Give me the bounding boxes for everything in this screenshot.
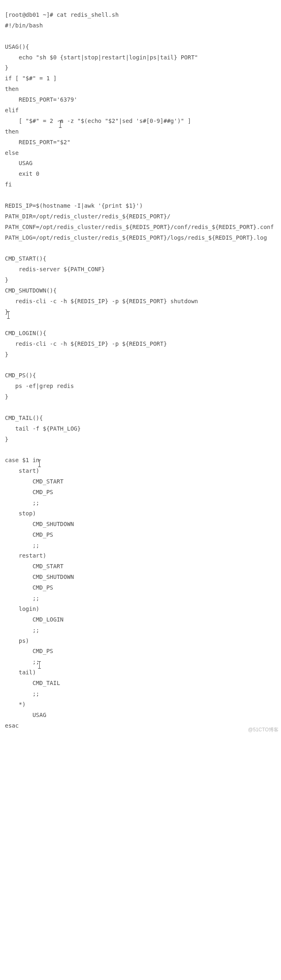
- code-block: [root@db01 ~]# cat redis_shell.sh #!/bin…: [0, 6, 281, 735]
- watermark: @51CTO博客: [248, 725, 279, 734]
- code-content: [root@db01 ~]# cat redis_shell.sh #!/bin…: [5, 11, 274, 729]
